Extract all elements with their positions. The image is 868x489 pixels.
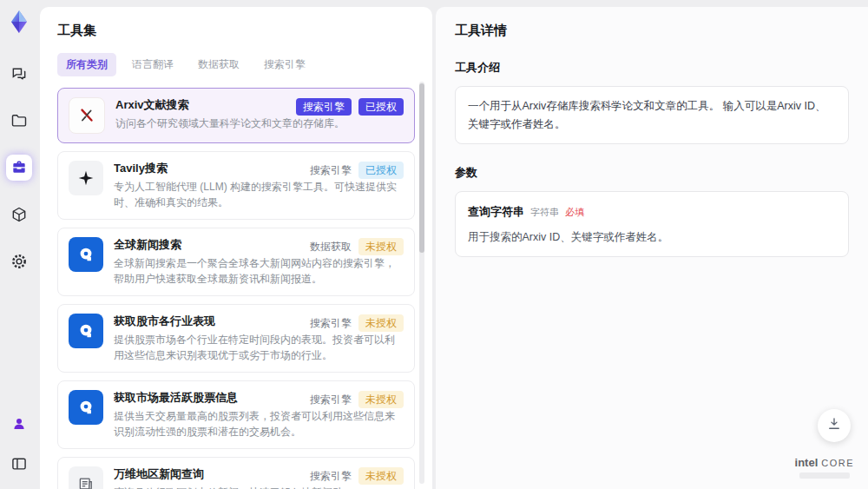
sidebar-item-packages[interactable] [6, 202, 32, 228]
chat-icon [10, 65, 28, 83]
page-title: 工具集 [57, 23, 415, 39]
juhe-tool-icon [69, 237, 103, 272]
tool-badges: 搜索引擎已授权 [310, 162, 404, 179]
param-box: 查询字符串 字符串 必填 用于搜索的Arxiv ID、关键字或作者姓名。 [455, 191, 849, 257]
tool-card[interactable]: Arxiv文献搜索访问各个研究领域大量科学论文和文章的存储库。搜索引擎已授权 [57, 88, 415, 143]
intel-core-logo: intel CORE [795, 456, 854, 479]
tool-description: 全球新闻搜索是一个聚合全球各大新闻网站内容的搜索引擎，帮助用户快速获取全球最新资… [114, 255, 404, 287]
tool-badges: 搜索引擎已授权 [296, 98, 404, 116]
tool-card[interactable]: 获取股市各行业表现提供股票市场各个行业在特定时间段内的表现。投资者可以利用这些信… [57, 304, 415, 373]
user-icon [11, 416, 27, 432]
detail-title: 工具详情 [455, 23, 849, 39]
tool-description: 访问各个研究领域大量科学论文和文章的存储库。 [115, 116, 404, 131]
folder-icon [10, 112, 28, 129]
auth-status-badge: 已授权 [358, 98, 404, 116]
app-window: 工具集 所有类别 语言翻译 数据获取 搜索引擎 Arxiv文献搜索访问各个研究领… [0, 0, 868, 489]
tool-card[interactable]: 获取市场最活跃股票信息提供当天交易量最高的股票列表，投资者可以利用这些信息来识别… [57, 380, 415, 449]
param-header: 查询字符串 字符串 必填 [468, 202, 836, 221]
news-tool-icon [69, 466, 103, 489]
tool-badges: 搜索引擎未授权 [310, 391, 404, 408]
intro-text: 一个用于从Arxiv存储库搜索科学论文和文章的工具。 输入可以是Arxiv ID… [468, 100, 826, 130]
juhe-tool-icon [69, 390, 103, 425]
juhe-tool-icon [69, 314, 103, 348]
category-badge: 搜索引擎 [296, 98, 352, 116]
settings-icon [10, 253, 28, 270]
collapse-panel-button[interactable] [6, 451, 32, 477]
panel-toggle-icon [10, 455, 28, 472]
tool-list-panel: 工具集 所有类别 语言翻译 数据获取 搜索引擎 Arxiv文献搜索访问各个研究领… [40, 7, 432, 489]
category-badge: 搜索引擎 [310, 163, 352, 178]
intel-core-logo-text: intel CORE [795, 456, 854, 469]
tool-name: 全球新闻搜索 [114, 237, 313, 253]
tool-description: 专为人工智能代理 (LLM) 构建的搜索引擎工具。可快速提供实时、准确和真实的结… [114, 179, 404, 210]
tool-name: 获取股市各行业表现 [114, 314, 313, 329]
param-required-badge: 必填 [565, 204, 584, 220]
tool-description: 查询具体行政区划内的新闻，快速了解各地新闻动 [114, 485, 404, 489]
tool-badges: 搜索引擎未授权 [310, 314, 404, 332]
sidebar-item-settings[interactable] [6, 248, 32, 274]
list-scrollbar-thumb[interactable] [419, 83, 424, 253]
rail-nav [6, 61, 32, 274]
intro-box: 一个用于从Arxiv存储库搜索科学论文和文章的工具。 输入可以是Arxiv ID… [455, 86, 849, 144]
tool-name: Tavily搜索 [114, 161, 313, 176]
sidebar-item-files[interactable] [6, 108, 32, 134]
tool-card[interactable]: 万维地区新闻查询查询具体行政区划内的新闻，快速了解各地新闻动搜索引擎未授权 [57, 457, 415, 489]
auth-status-badge: 未授权 [358, 314, 404, 332]
tab-search-engine[interactable]: 搜索引擎 [255, 53, 314, 76]
intel-core-logo-sub [799, 472, 850, 479]
intro-heading: 工具介绍 [455, 60, 849, 76]
tool-badges: 数据获取未授权 [310, 238, 404, 255]
tool-name: 获取市场最活跃股票信息 [114, 390, 313, 406]
params-heading: 参数 [455, 165, 849, 181]
tool-description: 提供当天交易量最高的股票列表，投资者可以利用这些信息来识别流动性强的股票和潜在的… [114, 408, 404, 439]
download-button[interactable] [818, 409, 851, 442]
category-tabs: 所有类别 语言翻译 数据获取 搜索引擎 [57, 53, 415, 76]
category-badge: 数据获取 [310, 240, 352, 254]
arxiv-tool-icon [69, 97, 105, 134]
tab-language-translation[interactable]: 语言翻译 [123, 53, 182, 76]
package-icon [10, 206, 28, 223]
tab-all-categories[interactable]: 所有类别 [57, 53, 116, 76]
param-type: 字符串 [530, 204, 559, 220]
auth-status-badge: 未授权 [358, 238, 404, 255]
auth-status-badge: 未授权 [358, 391, 404, 408]
sidebar-item-tools[interactable] [6, 155, 32, 181]
category-badge: 搜索引擎 [310, 469, 352, 484]
auth-status-badge: 已授权 [358, 162, 404, 179]
tavily-tool-icon [69, 161, 103, 195]
tool-card[interactable]: 全球新闻搜索全球新闻搜索是一个聚合全球各大新闻网站内容的搜索引擎，帮助用户快速获… [57, 228, 415, 296]
rail-bottom [6, 411, 32, 489]
app-logo-icon [6, 9, 32, 35]
left-rail [0, 0, 38, 489]
param-description: 用于搜索的Arxiv ID、关键字或作者姓名。 [468, 228, 836, 247]
auth-status-badge: 未授权 [358, 467, 404, 485]
sidebar-item-chat[interactable] [6, 61, 32, 87]
tool-name: Arxiv文献搜索 [115, 97, 315, 113]
list-scrollbar[interactable] [419, 82, 424, 484]
tool-description: 提供股票市场各个行业在特定时间段内的表现。投资者可以利用这些信息来识别表现优于或… [114, 332, 404, 363]
user-avatar-button[interactable] [6, 411, 32, 437]
tab-data-acquisition[interactable]: 数据获取 [189, 53, 248, 76]
tool-list: Arxiv文献搜索访问各个研究领域大量科学论文和文章的存储库。搜索引擎已授权Ta… [57, 88, 415, 489]
param-name: 查询字符串 [468, 202, 524, 221]
tool-card[interactable]: Tavily搜索专为人工智能代理 (LLM) 构建的搜索引擎工具。可快速提供实时… [57, 151, 415, 220]
toolbox-icon [10, 159, 28, 176]
category-badge: 搜索引擎 [310, 316, 352, 331]
download-icon [826, 416, 842, 435]
tool-detail-panel: 工具详情 工具介绍 一个用于从Arxiv存储库搜索科学论文和文章的工具。 输入可… [436, 7, 868, 489]
tool-name: 万维地区新闻查询 [114, 466, 313, 482]
category-badge: 搜索引擎 [310, 393, 352, 407]
tool-badges: 搜索引擎未授权 [310, 467, 404, 485]
